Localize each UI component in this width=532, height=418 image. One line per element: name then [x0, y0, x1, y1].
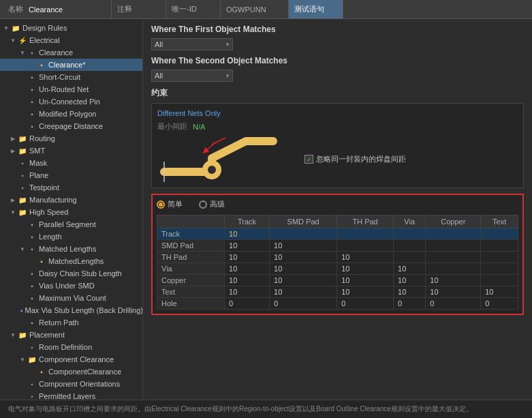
- cell-smd-pad[interactable]: 10: [270, 286, 337, 298]
- cell-smd-pad[interactable]: 10: [270, 263, 337, 275]
- cell-track[interactable]: 10: [225, 263, 270, 275]
- folder-icon: 📁: [27, 355, 37, 364]
- header-path-col: 注释: [112, 0, 166, 18]
- svg-point-1: [208, 166, 216, 174]
- sidebar-item-room-definition[interactable]: ▪ Room Definition: [0, 341, 142, 353]
- sidebar-item-clearance[interactable]: ▼ ▪ Clearance: [0, 46, 142, 59]
- cell-th-pad[interactable]: 10: [337, 275, 394, 286]
- table-row[interactable]: TH Pad 10 10 10: [157, 252, 518, 263]
- sidebar-label: Length: [39, 233, 62, 241]
- cell-via[interactable]: 10: [394, 286, 426, 298]
- sidebar-item-matched-lengths[interactable]: ▼ ▪ Matched Lengths: [0, 243, 142, 255]
- sidebar-item-plane[interactable]: ▪ Plane: [0, 169, 142, 181]
- folder-icon: 📁: [11, 23, 20, 33]
- rule-icon: ▪: [27, 293, 37, 303]
- sidebar-item-parallel-segment[interactable]: ▪ Parallel Segment: [0, 218, 142, 230]
- cell-copper[interactable]: 0: [426, 298, 481, 310]
- sidebar-item-maximum-via-count[interactable]: ▪ Maximum Via Count: [0, 292, 142, 304]
- sidebar-item-component-orientations[interactable]: ▪ Component Orientations: [0, 378, 142, 390]
- cell-track[interactable]: 10: [225, 252, 270, 263]
- th-text: Text: [481, 215, 518, 228]
- rule-icon: ▪: [27, 121, 37, 131]
- cell-text[interactable]: 10: [481, 286, 518, 298]
- sidebar-label: ComponentClearance: [48, 368, 121, 376]
- expand-arrow: ▼: [19, 245, 26, 252]
- first-select-wrapper[interactable]: All: [151, 38, 233, 50]
- rule-icon: ▪: [27, 220, 37, 229]
- sidebar-item-daisy-chain-stub[interactable]: ▪ Daisy Chain Stub Length: [0, 267, 142, 280]
- cell-copper[interactable]: 10: [426, 275, 481, 286]
- cell-smd-pad[interactable]: 10: [270, 240, 337, 252]
- expand-arrow: ▶: [10, 135, 16, 142]
- radio-simple-dot: [157, 200, 165, 209]
- cell-via[interactable]: 10: [394, 275, 426, 286]
- cell-copper[interactable]: 10: [426, 286, 481, 298]
- cell-smd-pad[interactable]: 0: [270, 298, 337, 310]
- cell-text: [481, 240, 518, 252]
- sidebar-item-smt[interactable]: ▶ 📁 SMT: [0, 145, 142, 157]
- sidebar-item-testpoint[interactable]: ▪ Testpoint: [0, 181, 142, 194]
- sidebar-item-un-connected-pin[interactable]: ▪ Un-Connected Pin: [0, 95, 142, 108]
- sidebar-item-un-routed-net[interactable]: ▪ Un-Routed Net: [0, 83, 142, 95]
- sidebar-item-modified-polygon[interactable]: ▪ Modified Polygon: [0, 108, 142, 120]
- second-match-select[interactable]: All: [151, 70, 233, 82]
- expand-arrow: ▼: [10, 209, 16, 215]
- folder-icon: 📁: [18, 330, 27, 340]
- ignore-checkbox-row[interactable]: ✓ 忽略同一封装内的焊盘间距: [304, 154, 518, 164]
- sidebar-item-mask[interactable]: ▪ Mask: [0, 157, 142, 169]
- table-row[interactable]: Via 10 10 10 10: [157, 263, 518, 275]
- sidebar-label: Vias Under SMD: [39, 282, 95, 290]
- cell-track[interactable]: 10: [225, 275, 270, 286]
- sidebar-item-electrical[interactable]: ▼ ⚡ Electrical: [0, 34, 142, 46]
- sidebar-item-clearance-star[interactable]: ▪ Clearance*: [0, 59, 142, 71]
- cell-track[interactable]: 10: [225, 240, 270, 252]
- sidebar-item-max-via-stub[interactable]: ▪ Max Via Stub Length (Back Drilling): [0, 304, 142, 316]
- ignore-checkbox[interactable]: ✓: [304, 155, 313, 164]
- cell-track[interactable]: 10: [225, 228, 270, 240]
- table-row[interactable]: Hole 0 0 0 0 0 0: [157, 298, 518, 310]
- sidebar-label: Modified Polygon: [39, 110, 96, 118]
- rule-icon: ▪: [27, 244, 37, 254]
- cell-th-pad[interactable]: 10: [337, 286, 394, 298]
- sidebar-item-permitted-layers[interactable]: ▪ Permitted Layers: [0, 390, 142, 400]
- sidebar-item-short-circuit[interactable]: ▪ Short-Circuit: [0, 71, 142, 83]
- expand-arrow: [19, 282, 26, 289]
- radio-simple[interactable]: 简单: [157, 199, 183, 209]
- sidebar-item-manufacturing[interactable]: ▶ 📁 Manufacturing: [0, 194, 142, 206]
- sidebar-item-component-clearance[interactable]: ▼ 📁 Component Clearance: [0, 353, 142, 365]
- na-value: N/A: [193, 123, 205, 131]
- table-row[interactable]: Copper 10 10 10 10 10: [157, 275, 518, 286]
- row-name: Track: [157, 228, 225, 240]
- sidebar-label: Permitted Layers: [39, 392, 95, 400]
- sidebar-item-creepage-distance[interactable]: ▪ Creepage Distance: [0, 120, 142, 132]
- table-row[interactable]: Text 10 10 10 10 10 10: [157, 286, 518, 298]
- sidebar-item-high-speed[interactable]: ▼ 📁 High Speed: [0, 206, 142, 218]
- sidebar-item-vias-under-smd[interactable]: ▪ Vias Under SMD: [0, 280, 142, 292]
- header-test-col[interactable]: 测试语句: [289, 0, 343, 18]
- sidebar-item-component-clearance-child[interactable]: ▪ ComponentClearance: [0, 365, 142, 378]
- sidebar-item-routing[interactable]: ▶ 📁 Routing: [0, 132, 142, 145]
- cell-th-pad[interactable]: 10: [337, 252, 394, 263]
- cell-via[interactable]: 10: [394, 263, 426, 275]
- cell-via[interactable]: 0: [394, 298, 426, 310]
- second-select-wrapper[interactable]: All: [151, 70, 233, 82]
- radio-advanced[interactable]: 高级: [199, 199, 225, 209]
- rule-icon: ▪: [37, 60, 46, 70]
- table-row[interactable]: Track 10: [157, 228, 518, 240]
- sidebar-item-placement[interactable]: ▼ 📁 Placement: [0, 329, 142, 341]
- sidebar-item-return-path[interactable]: ▪ Return Path: [0, 316, 142, 329]
- cell-track[interactable]: 0: [225, 298, 270, 310]
- table-row[interactable]: SMD Pad 10 10: [157, 240, 518, 252]
- rule-icon: ▪: [27, 48, 37, 57]
- first-match-select[interactable]: All: [151, 38, 233, 50]
- sidebar-item-matched-lengths-child[interactable]: ▪ MatchedLengths: [0, 255, 142, 267]
- cell-th-pad[interactable]: 0: [337, 298, 394, 310]
- cell-track[interactable]: 10: [225, 286, 270, 298]
- cell-text[interactable]: 0: [481, 298, 518, 310]
- header-id-col: 唯一-ID: [166, 0, 221, 18]
- sidebar-item-length[interactable]: ▪ Length: [0, 230, 142, 243]
- cell-smd-pad[interactable]: 10: [270, 252, 337, 263]
- sidebar-item-design-rules[interactable]: ▼ 📁 Design Rules: [0, 22, 142, 34]
- cell-smd-pad[interactable]: 10: [270, 275, 337, 286]
- cell-th-pad[interactable]: 10: [337, 263, 394, 275]
